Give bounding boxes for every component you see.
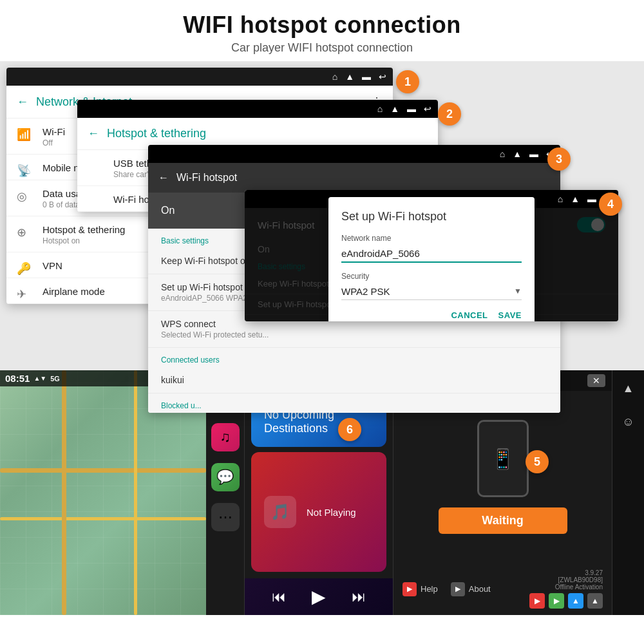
- back-icon4: ▲: [571, 194, 580, 204]
- emoji-button[interactable]: ☺: [617, 410, 640, 433]
- screen4: ⌂ ▲ ▬ ↩ Wi-Fi hotspot On Basic settings …: [245, 190, 618, 321]
- player-controls: ⏮ ▶ ⏭: [245, 578, 393, 615]
- recents-icon2: ▬: [407, 104, 416, 114]
- user-kuikui[interactable]: kuikui: [148, 367, 560, 393]
- brand-icons: ▶ ▶ ▲ ▲: [529, 593, 603, 609]
- page-subtitle: Car player WIFI hotspot connection: [13, 41, 631, 55]
- phone-placeholder-icon: 📱: [477, 420, 529, 497]
- page-header: WIFI hotspot connection Car player WIFI …: [0, 0, 644, 61]
- toggle-label: On: [161, 205, 175, 216]
- cancel-button[interactable]: CANCEL: [451, 310, 488, 320]
- map-road-h2: [0, 517, 206, 520]
- back-arrow-icon[interactable]: ←: [17, 95, 28, 109]
- waiting-button[interactable]: Waiting: [439, 507, 567, 534]
- dialog-overlay: Set up Wi-Fi hotspot Network name eAndro…: [245, 208, 618, 321]
- dialog-actions: CANCEL SAVE: [341, 310, 522, 320]
- device-id: [ZWLAB90D98]: [529, 576, 603, 583]
- step-badge-1: 1: [396, 70, 419, 93]
- airplane-icon: ✈: [17, 287, 26, 301]
- back-icon3: ▲: [513, 149, 522, 159]
- brand-icon-2: ▶: [549, 593, 564, 609]
- page-title: WIFI hotspot connection: [13, 12, 631, 39]
- hotspot-icon: ⊕: [17, 225, 26, 240]
- recents-icon3: ▬: [529, 149, 538, 159]
- scroll-up-button[interactable]: ▲: [617, 377, 640, 400]
- dropdown-arrow-icon: ▼: [514, 287, 522, 296]
- step-badge-4: 4: [599, 193, 622, 216]
- back-icon: ▲: [345, 71, 354, 82]
- more-apps-icon[interactable]: ⋯: [211, 503, 240, 531]
- step-badge-5: 5: [526, 450, 549, 473]
- security-value: WPA2 PSK: [341, 286, 390, 297]
- help-icon: ▶: [402, 582, 417, 596]
- carplay-content: No Upcoming Destinations 🎵 Not Playing: [245, 390, 393, 578]
- brand-icon-3: ▲: [568, 593, 583, 609]
- messages-app-icon[interactable]: 💬: [211, 463, 240, 491]
- about-label: About: [469, 584, 491, 594]
- vpn-icon: 🔑: [17, 261, 31, 276]
- map-road-h1: [0, 468, 206, 473]
- user-name: kuikui: [161, 375, 547, 385]
- music-card: 🎵 Not Playing: [251, 452, 386, 572]
- about-icon: ▶: [451, 582, 465, 596]
- steps-container: ⌂ ▲ ▬ ↩ ← Network & Internet ⋮ 📶 Wi-Fi O…: [0, 61, 644, 615]
- back-icon2: ▲: [390, 104, 399, 114]
- not-playing-text: Not Playing: [307, 507, 356, 518]
- fast-forward-button[interactable]: ⏭: [352, 589, 366, 605]
- activation-status: Offline Activation: [529, 583, 603, 591]
- security-select[interactable]: WPA2 PSK ▼: [341, 283, 522, 300]
- version-number: 3.9.27: [529, 569, 603, 576]
- network-name-label: Network name: [341, 234, 522, 243]
- version-info: 3.9.27 [ZWLAB90D98] Offline Activation ▶…: [529, 569, 603, 609]
- help-button[interactable]: ▶ Help: [402, 582, 438, 596]
- brand-icon-1: ▶: [529, 593, 545, 609]
- rewind-button[interactable]: ⏮: [272, 589, 286, 605]
- brand-icon-4: ▲: [587, 593, 603, 609]
- map-road-v1: [62, 370, 66, 615]
- music-app-icon[interactable]: ♫: [211, 423, 240, 451]
- home-icon2: ⌂: [377, 104, 383, 114]
- data-icon: ◎: [17, 189, 27, 204]
- back-nav-icon: ↩: [379, 71, 386, 82]
- home-icon: ⌂: [332, 71, 337, 82]
- step-badge-2: 2: [438, 102, 461, 126]
- music-icon-box: 🎵: [264, 496, 296, 528]
- carplay-right-sidebar: ▲ ☺: [612, 370, 644, 615]
- help-label: Help: [421, 584, 438, 594]
- map-road-v2: [134, 370, 137, 615]
- back-arrow3-icon[interactable]: ←: [158, 172, 169, 184]
- security-label: Security: [341, 272, 522, 281]
- dialog-title: Set up Wi-Fi hotspot: [341, 210, 522, 223]
- network-name-value[interactable]: eAndroidAP_5066: [341, 245, 522, 263]
- close-button[interactable]: ✕: [587, 374, 605, 387]
- back-arrow2-icon[interactable]: ←: [88, 127, 99, 140]
- save-button[interactable]: SAVE: [498, 310, 522, 320]
- network-type: 5G: [50, 375, 60, 383]
- screen2-title: Hotspot & tethering: [107, 127, 428, 140]
- back-nav-icon2: ↩: [424, 104, 431, 114]
- connected-users-label: Connected users: [148, 348, 560, 367]
- blocked-label: Blocked u...: [148, 393, 560, 413]
- setup-dialog: Set up Wi-Fi hotspot Network name eAndro…: [328, 197, 535, 322]
- wps-sub: Selected Wi-Fi protected setu...: [161, 330, 547, 339]
- zlink-main-content: 📱 Waiting: [393, 391, 612, 563]
- home-icon3: ⌂: [500, 149, 505, 159]
- wifi-icon: 📶: [17, 128, 31, 142]
- music-waveform-icon: 🎵: [270, 503, 290, 521]
- signal-icon: ▲▼: [33, 375, 46, 382]
- screen3-title: Wi-Fi hotspot: [176, 172, 237, 184]
- step-badge-3: 3: [547, 147, 571, 171]
- zlink-footer: ▶ Help ▶ About 3.9.27 [ZWLAB90D98] Offli…: [393, 563, 612, 615]
- recents-icon: ▬: [362, 71, 371, 82]
- play-button[interactable]: ▶: [312, 586, 326, 607]
- recents-icon4: ▬: [587, 194, 596, 204]
- map-time: 08:51: [5, 373, 30, 384]
- about-button[interactable]: ▶ About: [451, 582, 491, 596]
- home-icon4: ⌂: [558, 194, 563, 204]
- signal-icon: 📡: [17, 164, 31, 178]
- step-badge-6: 6: [338, 418, 361, 441]
